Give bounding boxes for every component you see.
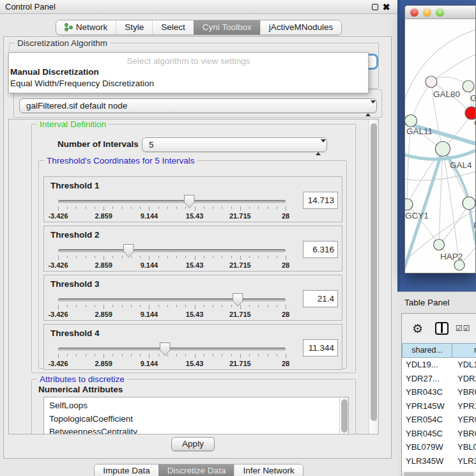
node-h[interactable] xyxy=(463,197,475,210)
number-of-intervals-spinner[interactable]: 5 xyxy=(142,137,327,152)
table-cell[interactable]: YPR145W xyxy=(402,399,454,413)
table-cell[interactable]: YLR345W xyxy=(402,454,454,468)
gear-icon[interactable]: ⚙ xyxy=(412,321,423,336)
table-hscrollbar[interactable] xyxy=(402,472,476,476)
close-icon[interactable]: ✖ xyxy=(382,3,390,12)
table-cell[interactable]: YDR2 xyxy=(454,372,476,386)
table-row[interactable]: YER054CYER0 xyxy=(402,413,476,427)
list-item[interactable]: SelfLoops xyxy=(44,399,348,413)
settings-scrollbar[interactable] xyxy=(369,119,378,434)
slider-track[interactable] xyxy=(58,200,286,203)
threshold-row: Threshold 2 -3.4262.8599.14415.4321.7152… xyxy=(43,226,342,272)
attributes-scrollbar[interactable] xyxy=(339,397,348,434)
table-cell[interactable]: YDR27... xyxy=(402,372,454,386)
table-cell[interactable]: YBR043C xyxy=(402,385,454,399)
tab-impute-data[interactable]: Impute Data xyxy=(95,464,158,476)
settings-scrollbar-thumb[interactable] xyxy=(371,123,377,421)
node-bottom[interactable] xyxy=(454,260,464,270)
node-gal80[interactable] xyxy=(426,76,437,88)
slider-track[interactable] xyxy=(58,348,286,351)
table-cell[interactable]: YER054C xyxy=(402,413,454,427)
dropdown-option-manual-discretization[interactable]: Manual Discretization xyxy=(9,66,368,77)
table-cell[interactable]: YER0 xyxy=(454,413,476,427)
slider-tick xyxy=(67,305,68,307)
svg-text:H: H xyxy=(473,220,476,230)
slider-tick xyxy=(258,354,259,357)
node-gal4[interactable] xyxy=(436,142,450,157)
tab-cyni-toolbox[interactable]: Cyni Toolbox xyxy=(194,20,260,35)
node-red[interactable] xyxy=(465,107,476,119)
table-data-combobox[interactable]: galFiltered.sif default node xyxy=(19,98,377,113)
table-row[interactable]: YBL079WYBL0 xyxy=(402,440,476,454)
spinner-arrows-icon xyxy=(316,141,321,154)
column-header-shared[interactable]: shared... xyxy=(402,343,452,358)
table-cell[interactable]: YBR045C xyxy=(402,427,454,441)
table-row[interactable]: YDL19...YDL1 xyxy=(402,358,476,372)
tab-infer-network[interactable]: Infer Network xyxy=(234,464,302,476)
table-row[interactable]: YBR045CYBR0 xyxy=(402,427,476,441)
slider-scale-label: 2.859 xyxy=(95,212,112,220)
table-cell[interactable]: YBL079W xyxy=(402,440,454,454)
slider-tick xyxy=(249,256,250,258)
slider-scale-label: 15.43 xyxy=(186,212,204,220)
tab-select[interactable]: Select xyxy=(152,20,194,35)
slider-tick xyxy=(104,256,104,260)
threshold-value-field[interactable]: 14.713 xyxy=(303,192,338,209)
slider-tick xyxy=(222,354,222,357)
list-item[interactable]: BetweennessCentrality xyxy=(44,426,348,434)
threshold-value-field[interactable]: 6.316 xyxy=(303,241,338,258)
interval-definition-groupbox: Interval Definition Number of Intervals … xyxy=(31,124,356,373)
checkbox-icon[interactable]: ☑☑ xyxy=(456,324,471,333)
table-row[interactable]: YBR043CYBR0 xyxy=(402,385,476,399)
table-cell[interactable]: YDL19... xyxy=(402,358,454,372)
slider-scale: -3.4262.8599.14415.4321.71528 xyxy=(58,261,286,269)
slider-tick xyxy=(167,256,168,258)
attributes-scrollbar-thumb[interactable] xyxy=(341,399,348,433)
slider-tick xyxy=(86,206,86,209)
slider-scale-label: 9.144 xyxy=(141,212,158,220)
slider-track[interactable] xyxy=(58,298,286,302)
tab-jactivemnodules[interactable]: jActiveMNodules xyxy=(260,20,342,35)
network-nodes[interactable] xyxy=(405,76,476,270)
threshold-value-field[interactable]: 21.4 xyxy=(303,290,338,307)
column-header-name[interactable]: na xyxy=(452,343,476,358)
table-cell[interactable]: YDL1 xyxy=(454,358,476,372)
slider-tick xyxy=(222,206,222,209)
table-cell[interactable]: YBR0 xyxy=(454,385,476,399)
minimize-traffic-light[interactable] xyxy=(423,8,431,17)
node-ga[interactable] xyxy=(463,81,474,92)
tab-discretize-data[interactable]: Discretize Data xyxy=(158,464,234,476)
slider-tick xyxy=(231,305,232,307)
table-cell[interactable]: YBR0 xyxy=(454,427,476,441)
list-item[interactable]: TopologicalCoefficient xyxy=(44,413,348,426)
threshold-label: Threshold 4 xyxy=(50,328,100,338)
network-window-titlebar xyxy=(405,6,475,19)
tab-style[interactable]: Style xyxy=(116,20,152,35)
columns-icon[interactable] xyxy=(435,322,449,335)
zoom-traffic-light[interactable] xyxy=(436,8,444,17)
network-canvas[interactable]: GAL80 GA C GAL11 GAL4 GCY1 H HAP2 xyxy=(405,19,476,273)
slider-tick xyxy=(67,206,68,209)
table-hscrollbar-thumb[interactable] xyxy=(404,472,474,476)
table-cell[interactable]: YBL0 xyxy=(454,440,476,454)
apply-button[interactable]: Apply xyxy=(171,437,215,451)
table-row[interactable]: YLR345WYLR3 xyxy=(402,454,476,468)
slider-tick xyxy=(213,305,213,307)
threshold-slider[interactable]: -3.4262.8599.14415.4321.71528 xyxy=(58,344,286,369)
threshold-slider[interactable]: -3.4262.8599.14415.4321.71528 xyxy=(58,196,286,222)
slider-track[interactable] xyxy=(58,249,286,252)
node-gcy1[interactable] xyxy=(405,199,413,210)
threshold-value-field[interactable]: 11.344 xyxy=(303,339,338,357)
float-window-icon[interactable] xyxy=(372,4,378,10)
threshold-slider[interactable]: -3.4262.8599.14415.4321.71528 xyxy=(58,295,286,320)
table-cell[interactable]: YLR3 xyxy=(454,454,476,468)
table-row[interactable]: YPR145WYPR1 xyxy=(402,399,476,413)
dropdown-option-equal-width[interactable]: Equal Width/Frequency Discretization xyxy=(9,77,368,89)
node-hap2[interactable] xyxy=(434,240,445,250)
table-row[interactable]: YDR27...YDR2 xyxy=(402,372,476,386)
close-traffic-light[interactable] xyxy=(410,8,418,17)
tab-network[interactable]: Network xyxy=(56,20,116,35)
node-gal11[interactable] xyxy=(405,115,417,127)
threshold-slider[interactable]: -3.4262.8599.14415.4321.71528 xyxy=(58,245,286,271)
table-cell[interactable]: YPR1 xyxy=(454,399,476,413)
